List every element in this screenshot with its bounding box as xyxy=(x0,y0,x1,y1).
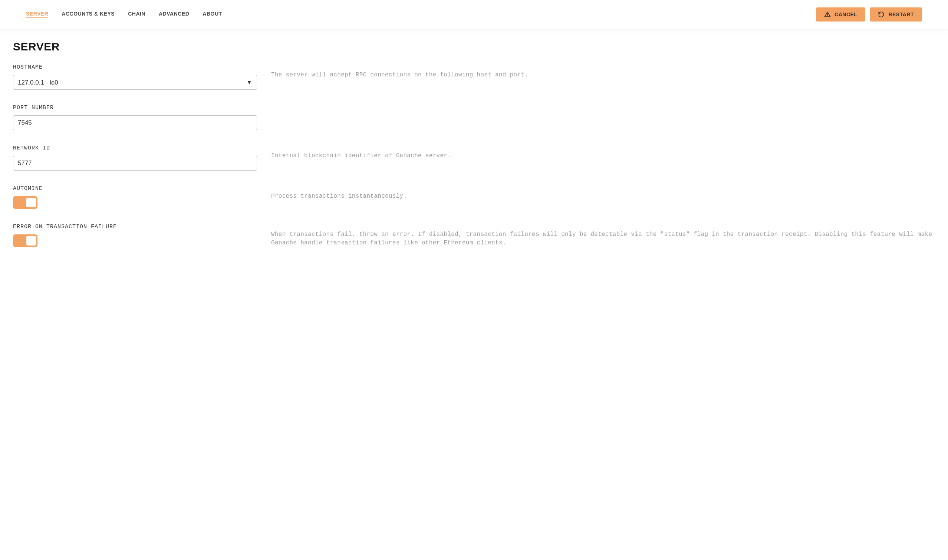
tabs: SERVER ACCOUNTS & KEYS CHAIN ADVANCED AB… xyxy=(26,11,222,18)
field-hostname-right: The server will accept RPC connections o… xyxy=(271,64,935,79)
field-error-failure-right: When transactions fail, throw an error. … xyxy=(271,224,935,248)
hostname-label: HOSTNAME xyxy=(13,64,257,71)
field-network-id-left: NETWORK ID xyxy=(13,145,257,171)
header-buttons: CANCEL RESTART xyxy=(816,8,922,22)
automine-label: AUTOMINE xyxy=(13,185,257,192)
page-title: SERVER xyxy=(13,40,935,53)
field-port-left: PORT NUMBER xyxy=(13,105,257,130)
cancel-button-label: CANCEL xyxy=(834,11,857,17)
network-id-label: NETWORK ID xyxy=(13,145,257,151)
warning-icon xyxy=(824,11,831,18)
hostname-select-wrapper: 127.0.0.1 - lo0 xyxy=(13,75,257,90)
field-network-id-row: NETWORK ID Internal blockchain identifie… xyxy=(13,145,935,171)
field-automine-row: AUTOMINE Process transactions instantane… xyxy=(13,185,935,209)
hostname-select[interactable]: 127.0.0.1 - lo0 xyxy=(13,75,257,90)
header: SERVER ACCOUNTS & KEYS CHAIN ADVANCED AB… xyxy=(0,0,948,29)
port-input[interactable] xyxy=(13,115,257,130)
tab-about[interactable]: ABOUT xyxy=(203,11,222,18)
field-port-right xyxy=(271,105,935,111)
svg-point-1 xyxy=(828,15,828,16)
field-error-failure-row: ERROR ON TRANSACTION FAILURE When transa… xyxy=(13,224,935,248)
tab-chain[interactable]: CHAIN xyxy=(128,11,145,18)
field-automine-left: AUTOMINE xyxy=(13,185,257,209)
tab-server[interactable]: SERVER xyxy=(26,11,48,18)
restart-icon xyxy=(878,11,885,18)
error-failure-toggle[interactable] xyxy=(13,234,37,247)
field-port-row: PORT NUMBER xyxy=(13,105,935,130)
automine-desc: Process transactions instantaneously. xyxy=(271,192,935,201)
field-network-id-right: Internal blockchain identifier of Ganach… xyxy=(271,145,935,160)
restart-button-label: RESTART xyxy=(888,11,914,17)
field-hostname-left: HOSTNAME 127.0.0.1 - lo0 xyxy=(13,64,257,90)
network-id-desc: Internal blockchain identifier of Ganach… xyxy=(271,152,935,160)
automine-toggle[interactable] xyxy=(13,196,37,209)
hostname-desc: The server will accept RPC connections o… xyxy=(271,71,935,79)
error-failure-toggle-handle xyxy=(26,236,36,246)
error-failure-desc: When transactions fail, throw an error. … xyxy=(271,230,935,248)
field-error-failure-left: ERROR ON TRANSACTION FAILURE xyxy=(13,224,257,247)
tab-advanced[interactable]: ADVANCED xyxy=(159,11,189,18)
field-hostname-row: HOSTNAME 127.0.0.1 - lo0 The server will… xyxy=(13,64,935,90)
field-automine-right: Process transactions instantaneously. xyxy=(271,185,935,201)
port-label: PORT NUMBER xyxy=(13,105,257,111)
network-id-input[interactable] xyxy=(13,156,257,171)
tab-accounts-keys[interactable]: ACCOUNTS & KEYS xyxy=(62,11,115,18)
automine-toggle-handle xyxy=(26,198,36,207)
restart-button[interactable]: RESTART xyxy=(870,8,922,22)
error-failure-label: ERROR ON TRANSACTION FAILURE xyxy=(13,224,257,230)
cancel-button[interactable]: CANCEL xyxy=(816,8,865,22)
content: SERVER HOSTNAME 127.0.0.1 - lo0 The serv… xyxy=(0,29,948,273)
